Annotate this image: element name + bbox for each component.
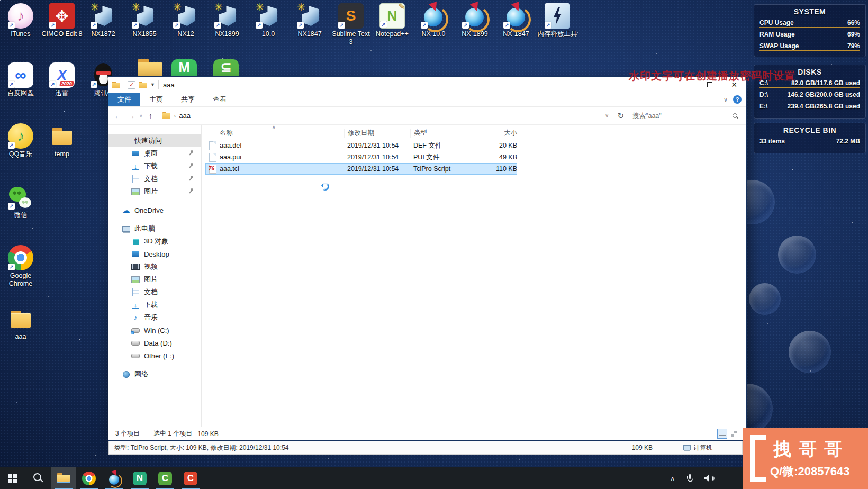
shortcut-arrow-icon: ↗ bbox=[8, 22, 15, 29]
desktop-icon-xunlei[interactable]: X2020↗迅雷 bbox=[41, 62, 83, 97]
sidebar-item-downloads-2[interactable]: ↓下载 bbox=[108, 298, 201, 311]
column-header-date[interactable]: 修改日期 bbox=[344, 129, 410, 138]
collapse-ribbon-chevron-icon[interactable]: ∨ bbox=[724, 96, 728, 103]
column-header-size[interactable]: 大小 bbox=[476, 129, 517, 138]
taskbar-nx-button[interactable] bbox=[102, 467, 127, 489]
desktop-icon-itunes[interactable]: ♪↗iTunes bbox=[0, 3, 41, 38]
sidebar-item-documents-2[interactable]: 文档 bbox=[108, 286, 201, 298]
nx1855-icon: ↗ bbox=[132, 3, 157, 29]
itunes-icon: ♪↗ bbox=[8, 3, 33, 29]
red-arrow-icon bbox=[470, 2, 481, 13]
desktop-icon-10-0[interactable]: ↗10.0 bbox=[248, 3, 289, 38]
sidebar-item-other-e[interactable]: Other (E:) bbox=[108, 349, 201, 362]
folder-icon[interactable] bbox=[112, 82, 121, 88]
sidebar-item-label: OneDrive bbox=[134, 206, 164, 214]
refresh-icon[interactable]: ↻ bbox=[615, 111, 626, 121]
sidebar-item-network[interactable]: 网络 bbox=[108, 368, 201, 381]
sidebar-item-label: Data (D:) bbox=[144, 339, 172, 347]
pc-icon bbox=[122, 224, 130, 233]
desktop-icon-nx1899[interactable]: ↗NX1899 bbox=[206, 3, 248, 38]
shortcut-arrow-icon: ↗ bbox=[380, 21, 387, 28]
details-summary: 类型: TclPro Script, 大小: 109 KB, 修改日期: 201… bbox=[114, 443, 288, 452]
sidebar-item-pictures-2[interactable]: 图片 bbox=[108, 273, 201, 286]
separator bbox=[158, 80, 159, 89]
search-icon[interactable] bbox=[732, 113, 738, 119]
details-bar: 类型: TclPro Script, 大小: 109 KB, 修改日期: 201… bbox=[108, 441, 743, 455]
thumbnails-view-button[interactable] bbox=[729, 429, 739, 439]
desktop-icon-nx1847[interactable]: ↗NX1847 bbox=[289, 3, 330, 38]
sidebar-item-win-c[interactable]: Win (C:) bbox=[108, 324, 201, 337]
recent-locations-chevron-icon[interactable]: ∨ bbox=[139, 113, 143, 119]
sidebar-item-videos[interactable]: 视频 bbox=[108, 260, 201, 273]
sidebar-item-3d-objects[interactable]: 3D 对象 bbox=[108, 235, 201, 248]
desktop-icon-wechat[interactable]: ↗微信 bbox=[0, 184, 41, 219]
sidebar-item-desktop-2[interactable]: Desktop bbox=[108, 248, 201, 260]
desktop-icon-sublime-text-3[interactable]: S↗Sublime Text 3 bbox=[330, 3, 372, 46]
sidebar-item-data-d[interactable]: Data (D:) bbox=[108, 337, 201, 349]
file-list-area[interactable]: ∧ 名称 修改日期 类型 大小 aaa.def2019/12/31 10:54D… bbox=[202, 125, 746, 427]
desktop-icon-aaa-folder[interactable]: aaa bbox=[0, 306, 41, 341]
desktop-icon-nx1855[interactable]: ↗NX1855 bbox=[124, 3, 165, 38]
sidebar-item-pictures-pin[interactable]: 图片 bbox=[108, 185, 201, 198]
taskbar-chrome-button[interactable] bbox=[76, 467, 102, 489]
taskbar-c-green-app-button[interactable]: C bbox=[152, 467, 178, 489]
tab-home[interactable]: 主页 bbox=[140, 93, 172, 106]
taskbar-teal-n-app-button[interactable]: N bbox=[127, 467, 152, 489]
thumbnails-view-icon bbox=[731, 431, 737, 437]
tray-chevron-up-icon[interactable]: ∧ bbox=[670, 475, 675, 482]
sidebar-item-quick-access[interactable]: 快速访问 bbox=[108, 134, 201, 147]
sidebar-item-downloads-pin[interactable]: ↓下载 bbox=[108, 160, 201, 173]
desktop-icon-qq-music[interactable]: ♪↗QQ音乐 bbox=[0, 123, 41, 158]
file-row-aaa-def[interactable]: aaa.def2019/12/31 10:54DEF 文件20 KB bbox=[205, 140, 517, 151]
desktop-icon-nx1872[interactable]: ↗NX1872 bbox=[83, 3, 124, 38]
tab-view[interactable]: 查看 bbox=[204, 93, 236, 106]
tab-file[interactable]: 文件 bbox=[108, 93, 140, 106]
checkmark-icon[interactable]: ✓ bbox=[128, 81, 135, 89]
sidebar-item-this-pc[interactable]: 此电脑 bbox=[108, 222, 201, 235]
desktop-icon-baidu-netdisk[interactable]: ∞↗百度网盘 bbox=[0, 62, 41, 97]
file-row-aaa-pui[interactable]: aaa.pui2019/12/31 10:54PUI 文件49 KB bbox=[205, 151, 517, 163]
desktop-icon-cimco-edit-8[interactable]: ✥↗CIMCO Edit 8 bbox=[41, 3, 83, 38]
address-bar[interactable]: › aaa ∨ bbox=[159, 110, 613, 122]
column-header-type[interactable]: 类型 bbox=[410, 129, 476, 138]
sidebar-item-music[interactable]: ♪音乐 bbox=[108, 311, 201, 324]
sidebar-item-documents-pin[interactable]: 文档 bbox=[108, 173, 201, 185]
sidebar-item-onedrive[interactable]: ☁OneDrive bbox=[108, 204, 201, 216]
folder-icon[interactable] bbox=[139, 82, 147, 88]
up-button[interactable]: ↑ bbox=[146, 111, 156, 120]
details-view-button[interactable] bbox=[717, 429, 727, 439]
taskbar-file-explorer-button[interactable] bbox=[51, 467, 76, 489]
forward-button[interactable]: → bbox=[126, 111, 137, 120]
desktop-icon-nx-10-0[interactable]: ↗NX 10.0 bbox=[413, 3, 454, 38]
customize-toolbar-chevron-icon[interactable]: ▼ bbox=[150, 82, 155, 87]
nx1847-icon: ↗ bbox=[297, 3, 322, 29]
sidebar-item-label: 快速访问 bbox=[134, 136, 162, 146]
desktop-icon-google-chrome[interactable]: ↗Google Chrome bbox=[0, 245, 41, 288]
microphone-icon[interactable] bbox=[686, 474, 693, 483]
search-input[interactable] bbox=[632, 112, 732, 120]
cimco-edit-8-icon: ✥↗ bbox=[49, 3, 75, 29]
taskbar-search-button[interactable] bbox=[25, 467, 51, 489]
address-dropdown-chevron-icon[interactable]: ∨ bbox=[605, 113, 609, 119]
breadcrumb[interactable]: aaa bbox=[179, 112, 191, 120]
tab-share[interactable]: 共享 bbox=[172, 93, 204, 106]
breadcrumb-separator-icon: › bbox=[174, 113, 176, 119]
desktop-icon-nx-1847[interactable]: ↗NX-1847 bbox=[495, 3, 537, 38]
file-row-aaa-tcl[interactable]: aaa.tcl2019/12/31 10:54TclPro Script110 … bbox=[205, 163, 517, 175]
desktop-icon-temp-folder[interactable]: temp bbox=[41, 123, 83, 158]
speaker-icon[interactable] bbox=[704, 475, 713, 482]
sidebar-item-desktop-pin[interactable]: 桌面 bbox=[108, 147, 201, 160]
onedrive-icon: ☁ bbox=[122, 206, 130, 214]
taskbar-c-red-app-button[interactable]: C bbox=[178, 467, 203, 489]
desktop-icon-label: 微信 bbox=[0, 211, 41, 219]
pict-icon bbox=[131, 187, 140, 196]
desktop-icon-nx-1899[interactable]: ↗NX-1899 bbox=[454, 3, 495, 38]
back-button[interactable]: ← bbox=[113, 111, 123, 120]
column-header-name[interactable]: 名称 bbox=[205, 129, 344, 138]
desktop-icon-memory-release-tool[interactable]: ↗内存释放工具 bbox=[537, 3, 578, 38]
taskbar-start-button[interactable] bbox=[0, 467, 25, 489]
shortcut-arrow-icon: ↗ bbox=[8, 203, 15, 210]
help-icon[interactable]: ? bbox=[733, 95, 742, 104]
desktop-icon-notepad-plus-plus[interactable]: N↗Notepad++ bbox=[372, 3, 413, 38]
desktop-icon-nx12[interactable]: ↗NX12 bbox=[165, 3, 206, 38]
